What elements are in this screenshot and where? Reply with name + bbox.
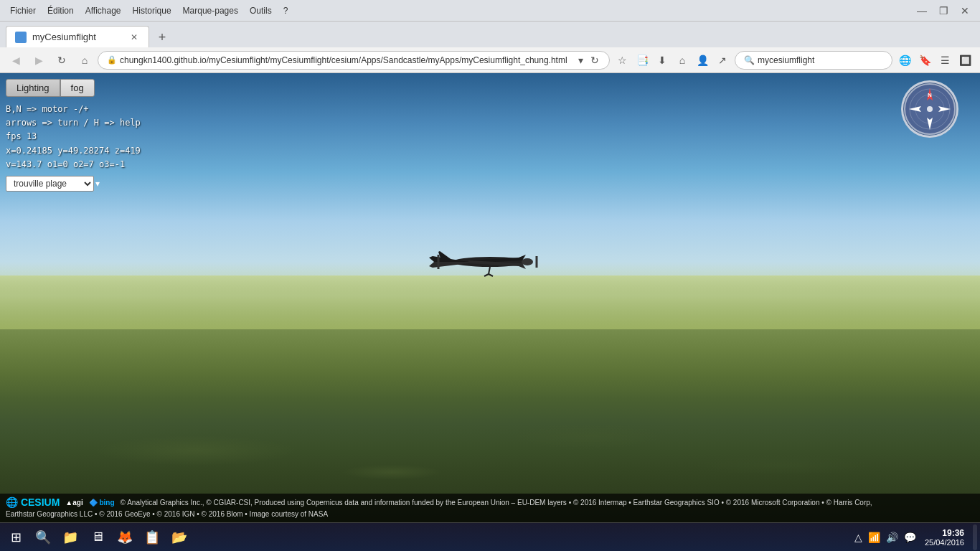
svg-point-17 [927, 106, 933, 112]
menu-fichier[interactable]: Fichier [6, 4, 40, 17]
taskbar-search-icon[interactable]: 🔍 [30, 524, 56, 550]
translate-icon[interactable]: 🌐 [895, 51, 914, 70]
svg-line-10 [484, 274, 489, 276]
extension-icon[interactable]: 🔲 [956, 51, 974, 70]
tray-volume[interactable]: 🔊 [885, 530, 900, 545]
menu-edition[interactable]: Édition [43, 4, 78, 17]
taskbar-explorer-icon[interactable]: 📁 [57, 524, 83, 550]
start-button[interactable]: ⊞ [3, 524, 29, 550]
menu-historique[interactable]: Historique [128, 4, 176, 17]
dropdown-arrow: ▾ [95, 179, 100, 189]
minimize-button[interactable]: — [913, 3, 931, 19]
info-line-3: fps 13 [6, 130, 141, 143]
home-button[interactable]: ⌂ [75, 50, 95, 70]
lighting-button[interactable]: Lighting [6, 79, 60, 97]
taskbar-folder-icon[interactable]: 📂 [166, 524, 192, 550]
reload-button[interactable]: ↻ [52, 50, 72, 70]
address-bar: ◀ ▶ ↻ ⌂ 🔒 chungkn1400.github.io/myCesium… [0, 47, 980, 73]
webpage-content: N Lighting fog B,N => motor -/+ arrows =… [0, 73, 980, 522]
info-line-1: B,N => motor -/+ [6, 103, 141, 116]
compass-widget[interactable]: N [901, 80, 958, 138]
search-icon: 🔍 [744, 55, 755, 65]
credits-text-inline: © Analytical Graphics Inc., © CGIAR-CSI,… [121, 499, 872, 507]
toolbar-icons: ☆ 📑 ⬇ ⌂ 👤 ↗ [613, 51, 732, 70]
aircraft [425, 240, 555, 283]
system-clock[interactable]: 19:36 25/04/2016 [919, 528, 970, 547]
browser-tab[interactable]: myCesiumflight ✕ [6, 26, 149, 47]
bookmark-list-icon[interactable]: 📑 [633, 51, 651, 70]
compass-rose-svg: N [903, 83, 956, 136]
new-tab-button[interactable]: + [152, 27, 172, 47]
search-bar[interactable]: 🔍 mycesiumflight [735, 51, 892, 70]
taskbar-firefox-icon[interactable]: 🦊 [112, 524, 138, 550]
overlay-panel: Lighting fog B,N => motor -/+ arrows => … [6, 79, 141, 192]
credits-text-2: Earthstar Geographics LLC • © 2016 GeoEy… [6, 509, 974, 519]
agi-logo: ▲agi [65, 499, 83, 507]
credits-bar: 🌐 CESIUM ▲agi 🔷 bing © Analytical Graphi… [0, 494, 980, 522]
clock-date: 25/04/2016 [925, 538, 964, 547]
show-desktop-button[interactable] [973, 524, 977, 550]
menu-help[interactable]: ? [279, 4, 293, 17]
menu-marque-pages[interactable]: Marque-pages [179, 4, 242, 17]
tray-network[interactable]: 📶 [867, 530, 882, 545]
tray-notification[interactable]: 💬 [903, 530, 918, 545]
forward-button[interactable]: ▶ [29, 50, 49, 70]
info-line-2: arrows => turn / H => help [6, 116, 141, 130]
download-icon[interactable]: ⬇ [653, 51, 672, 70]
title-bar: Fichier Édition Affichage Historique Mar… [0, 0, 980, 22]
avatar-icon[interactable]: 👤 [693, 51, 712, 70]
svg-line-11 [489, 274, 493, 276]
search-text: mycesiumflight [758, 55, 814, 65]
taskbar-notepad-icon[interactable]: 📋 [139, 524, 165, 550]
fog-button[interactable]: fog [60, 79, 95, 97]
menu-icon[interactable]: ☰ [936, 51, 954, 70]
url-dropdown-icon[interactable]: ▾ [575, 55, 586, 66]
cesium-logo: 🌐 CESIUM [6, 496, 60, 508]
extra-toolbar-icons: 🌐 🔖 ☰ 🔲 [895, 51, 974, 70]
svg-line-9 [489, 267, 490, 274]
close-button[interactable]: ✕ [956, 3, 974, 19]
home-toolbar-icon[interactable]: ⌂ [673, 51, 692, 70]
window-controls: — ❐ ✕ [913, 3, 974, 19]
terrain-detail [0, 336, 980, 479]
svg-point-6 [522, 258, 533, 265]
menu-affichage[interactable]: Affichage [81, 4, 126, 17]
taskbar-tray: △ 📶 🔊 💬 [853, 530, 918, 545]
menu-bar: Fichier Édition Affichage Historique Mar… [6, 4, 292, 17]
compass-circle: N [901, 80, 958, 138]
taskbar-store-icon[interactable]: 🖥 [85, 524, 110, 550]
button-group: Lighting fog [6, 79, 141, 97]
clock-time: 19:36 [925, 528, 964, 538]
bookmark-star-icon[interactable]: ☆ [613, 51, 631, 70]
url-text: chungkn1400.github.io/myCesiumflight/myC… [120, 55, 572, 65]
url-refresh-icon[interactable]: ↻ [589, 55, 600, 66]
url-bar[interactable]: 🔒 chungkn1400.github.io/myCesiumflight/m… [98, 51, 610, 70]
location-dropdown[interactable]: trouville plage paris london new york ▾ [6, 176, 141, 192]
tab-close-button[interactable]: ✕ [128, 32, 140, 43]
secure-icon: 🔒 [107, 55, 117, 65]
info-display: B,N => motor -/+ arrows => turn / H => h… [6, 103, 141, 171]
share-icon[interactable]: ↗ [713, 51, 732, 70]
tab-bar: myCesiumflight ✕ + [0, 22, 980, 47]
tray-chevron[interactable]: △ [853, 530, 864, 545]
info-line-5: v=143.7 o1=0 o2=7 o3=-1 [6, 158, 141, 171]
maximize-button[interactable]: ❐ [934, 3, 953, 19]
credits-logos: 🌐 CESIUM ▲agi 🔷 bing © Analytical Graphi… [6, 496, 974, 508]
info-line-4: x=0.24185 y=49.28274 z=419 [6, 144, 141, 158]
bookmark-icon[interactable]: 🔖 [915, 51, 934, 70]
taskbar: ⊞ 🔍 📁 🖥 🦊 📋 📂 △ 📶 🔊 💬 19:36 25/04/2016 [0, 522, 980, 551]
back-button[interactable]: ◀ [6, 50, 26, 70]
location-select[interactable]: trouville plage paris london new york [6, 176, 94, 192]
bing-logo: 🔷 bing [89, 499, 115, 507]
aircraft-svg [425, 240, 555, 283]
tab-title: myCesiumflight [32, 32, 96, 42]
browser-window: Fichier Édition Affichage Historique Mar… [0, 0, 980, 551]
menu-outils[interactable]: Outils [245, 4, 276, 17]
tab-favicon [15, 32, 27, 43]
